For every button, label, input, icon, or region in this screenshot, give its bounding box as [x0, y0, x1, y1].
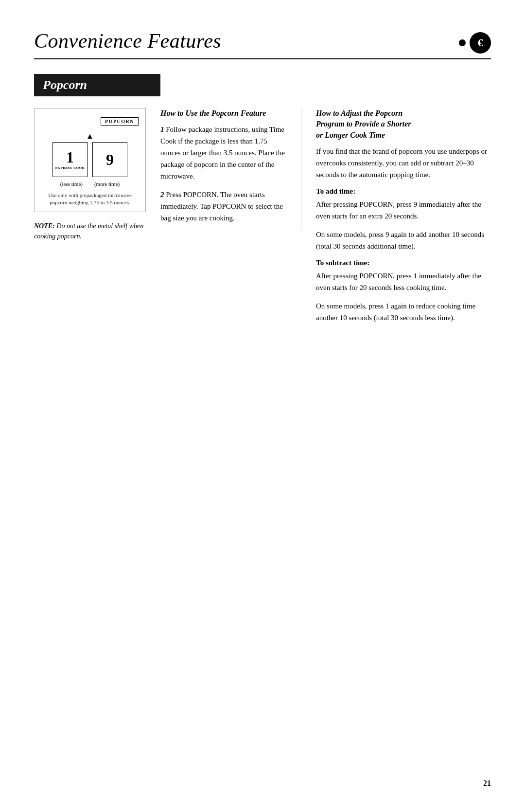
page: Convenience Features € Popcorn POPCORN ▲…	[0, 0, 525, 360]
right-heading: How to Adjust the Popcorn Program to Pro…	[316, 108, 491, 141]
left-column: POPCORN ▲ 1 EXPRESS COOK 9 (less time) (…	[34, 108, 160, 241]
label-less: (less time)	[60, 181, 83, 187]
step2-num: 2	[160, 191, 164, 198]
right-column: How to Adjust the Popcorn Program to Pro…	[316, 108, 491, 330]
add-time-text1: After pressing POPCORN, press 9 immediat…	[316, 198, 491, 222]
step1-text: Follow package instructions, using Time …	[160, 126, 285, 180]
main-content: POPCORN ▲ 1 EXPRESS COOK 9 (less time) (…	[34, 108, 491, 330]
diagram-btn-9: 9	[92, 142, 127, 177]
add-time-heading: To add time:	[316, 187, 491, 196]
left-note: NOTE: Do not use the metal shelf when co…	[34, 221, 146, 241]
section-title: Popcorn	[43, 78, 87, 92]
note-prefix: NOTE:	[34, 222, 55, 230]
header-icons: €	[459, 32, 491, 54]
subtract-time-text1: After pressing POPCORN, press 1 immediat…	[316, 270, 491, 293]
step1-num: 1	[160, 126, 164, 133]
dot-icon	[459, 39, 466, 46]
page-header: Convenience Features €	[34, 29, 491, 59]
diagram-popcorn-label: POPCORN	[101, 117, 139, 126]
diagram-buttons: 1 EXPRESS COOK 9	[41, 142, 139, 177]
step2-text: Press POPCORN. The oven starts immediate…	[160, 191, 283, 222]
diagram-labels: (less time) (more time)	[41, 181, 139, 187]
btn9-number: 9	[106, 152, 114, 167]
step1: 1 Follow package instructions, using Tim…	[160, 124, 286, 182]
diagram-arrow: ▲	[41, 132, 139, 140]
diagram-note: Use only with prepackaged microwave popc…	[41, 192, 139, 207]
page-title: Convenience Features	[34, 29, 221, 53]
diagram-btn-1: 1 EXPRESS COOK	[52, 142, 88, 177]
label-more: (more time)	[94, 181, 120, 187]
subtract-time-text2: On some models, press 1 again to reduce …	[316, 300, 491, 324]
middle-column: How to Use the Popcorn Feature 1 Follow …	[160, 108, 301, 231]
feature-icon: €	[470, 32, 491, 54]
section-title-bar: Popcorn	[34, 74, 160, 96]
mid-heading: How to Use the Popcorn Feature	[160, 108, 286, 119]
step2: 2 Press POPCORN. The oven starts immedia…	[160, 189, 286, 224]
subtract-time-heading: To subtract time:	[316, 259, 491, 267]
btn1-number: 1	[66, 149, 74, 165]
right-intro: If you find that the brand of popcorn yo…	[316, 145, 491, 180]
diagram-box: POPCORN ▲ 1 EXPRESS COOK 9 (less time) (…	[34, 108, 146, 212]
btn1-sublabel: EXPRESS COOK	[55, 166, 85, 170]
page-number: 21	[483, 779, 491, 788]
add-time-text2: On some models, press 9 again to add ano…	[316, 229, 491, 252]
